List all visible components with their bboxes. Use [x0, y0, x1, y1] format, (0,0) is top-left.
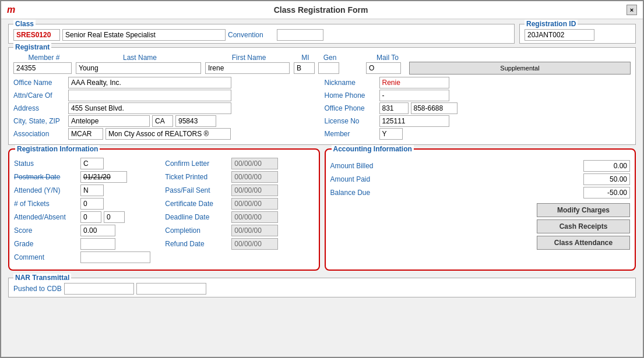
amount-billed-input[interactable]	[583, 160, 630, 172]
postmark-input[interactable]	[80, 171, 127, 183]
pushed-input1[interactable]	[64, 283, 134, 295]
license-row: License No	[325, 115, 631, 127]
balance-due-row: Balance Due	[330, 187, 631, 199]
grade-input[interactable]	[80, 238, 115, 250]
registrant-data-row: Supplemental	[13, 62, 631, 75]
nar-label: NAR Transmittal	[13, 274, 71, 282]
member-row: Member	[325, 128, 631, 140]
absent-input[interactable]	[104, 211, 125, 223]
amount-paid-input[interactable]	[583, 173, 630, 185]
officephone-row: Office Phone	[325, 102, 631, 114]
deadline-label: Deadline Date	[165, 213, 229, 221]
mi-input[interactable]	[294, 62, 315, 74]
convention-input[interactable]	[277, 29, 323, 41]
attended-absent-label: Attended/Absent	[14, 213, 78, 221]
confirm-input[interactable]	[231, 158, 278, 169]
completion-row: Completion	[165, 225, 314, 236]
nar-section: NAR Transmittal Pushed to CDB	[8, 278, 636, 297]
postmark-label: Postmark Date	[14, 173, 78, 181]
status-input[interactable]	[80, 158, 104, 169]
homephone-row: Home Phone	[325, 90, 631, 101]
nickname-row: Nickname	[325, 77, 631, 88]
score-input[interactable]	[80, 225, 115, 236]
officephone1-input[interactable]	[379, 102, 409, 114]
address-area: Office Name Attn/Care Of Address City, S…	[13, 77, 631, 141]
member-num-input[interactable]	[13, 62, 72, 74]
col-mi: MI	[294, 54, 317, 62]
nickname-input[interactable]	[379, 77, 449, 88]
class-name-input[interactable]	[62, 29, 226, 41]
grade-label: Grade	[14, 240, 78, 248]
pushed-label: Pushed to CDB	[13, 285, 62, 293]
amount-paid-row: Amount Paid	[330, 173, 631, 185]
last-name-input[interactable]	[76, 62, 201, 74]
close-button[interactable]: ×	[627, 5, 637, 15]
grade-row: Grade	[14, 238, 163, 250]
member-status-input[interactable]	[379, 128, 403, 140]
assoc-name-input[interactable]	[105, 128, 231, 140]
reg-info-left: Status Postmark Date Attended (Y/N)	[14, 158, 163, 265]
pushed-input2[interactable]	[136, 283, 206, 295]
ticket-printed-row: Ticket Printed	[165, 171, 314, 183]
status-row: Status	[14, 158, 163, 169]
address-right: Nickname Home Phone Office Phone License…	[325, 77, 631, 141]
score-row: Score	[14, 225, 163, 236]
class-attendance-button[interactable]: Class Attendance	[537, 236, 630, 250]
attended-input[interactable]	[80, 185, 104, 196]
modify-charges-button[interactable]: Modify Charges	[537, 203, 630, 217]
officephone2-input[interactable]	[411, 102, 458, 114]
col-last: Last Name	[76, 54, 204, 62]
cert-date-input[interactable]	[231, 198, 278, 210]
assoc-row: Association	[13, 128, 320, 140]
col-member: Member #	[13, 54, 75, 62]
deadline-input[interactable]	[231, 211, 278, 223]
amount-billed-label: Amount Billed	[330, 162, 374, 170]
address-input[interactable]	[68, 102, 231, 114]
comment-input[interactable]	[80, 251, 150, 263]
supplemental-button[interactable]: Supplemental	[409, 62, 631, 75]
license-input[interactable]	[379, 115, 449, 127]
pass-fail-input[interactable]	[231, 185, 278, 196]
completion-input[interactable]	[231, 225, 278, 236]
reg-info-grid: Status Postmark Date Attended (Y/N)	[14, 158, 314, 265]
cert-date-label: Certificate Date	[165, 200, 229, 208]
ticket-printed-input[interactable]	[231, 171, 278, 183]
refund-input[interactable]	[231, 238, 278, 250]
score-label: Score	[14, 226, 78, 235]
col-first: First Name	[205, 54, 293, 62]
class-section: Class Convention	[8, 24, 515, 44]
city-input[interactable]	[68, 115, 150, 127]
city-label: City, State, ZIP	[13, 117, 66, 125]
reg-info-label: Registration Information	[15, 145, 100, 153]
comment-row: Comment	[14, 251, 163, 263]
tickets-row: # of Tickets	[14, 198, 163, 210]
zip-input[interactable]	[175, 115, 216, 127]
assoc-code-input[interactable]	[68, 128, 103, 140]
registrant-headers: Member # Last Name First Name MI Gen Mai…	[13, 54, 631, 62]
homephone-input[interactable]	[379, 90, 449, 101]
status-label: Status	[14, 159, 78, 168]
regid-label: Registration ID	[525, 20, 578, 28]
balance-due-input[interactable]	[583, 187, 630, 199]
assoc-label: Association	[13, 130, 66, 138]
col-gen: Gen	[318, 54, 342, 62]
attended2-input[interactable]	[80, 211, 101, 223]
homephone-label: Home Phone	[325, 91, 377, 100]
acct-fields: Amount Billed Amount Paid Balance Due	[330, 160, 631, 199]
attn-input[interactable]	[68, 90, 231, 101]
state-input[interactable]	[152, 115, 173, 127]
acct-info-section: Accounting Information Amount Billed Amo…	[325, 148, 636, 271]
first-name-input[interactable]	[205, 62, 290, 74]
cash-receipts-button[interactable]: Cash Receipts	[537, 219, 630, 233]
acct-info-label: Accounting Information	[332, 145, 414, 153]
class-code-input[interactable]	[13, 29, 60, 41]
mailto-input[interactable]	[366, 62, 401, 74]
regid-input[interactable]	[525, 29, 594, 41]
cert-date-row: Certificate Date	[165, 198, 314, 210]
office-input[interactable]	[68, 77, 231, 88]
tickets-input[interactable]	[80, 198, 104, 210]
gen-input[interactable]	[318, 62, 339, 74]
top-row: Class Convention Registration ID	[8, 24, 636, 44]
address-label: Address	[13, 104, 66, 112]
reg-info-section: Registration Information Status Postmark…	[8, 148, 320, 271]
